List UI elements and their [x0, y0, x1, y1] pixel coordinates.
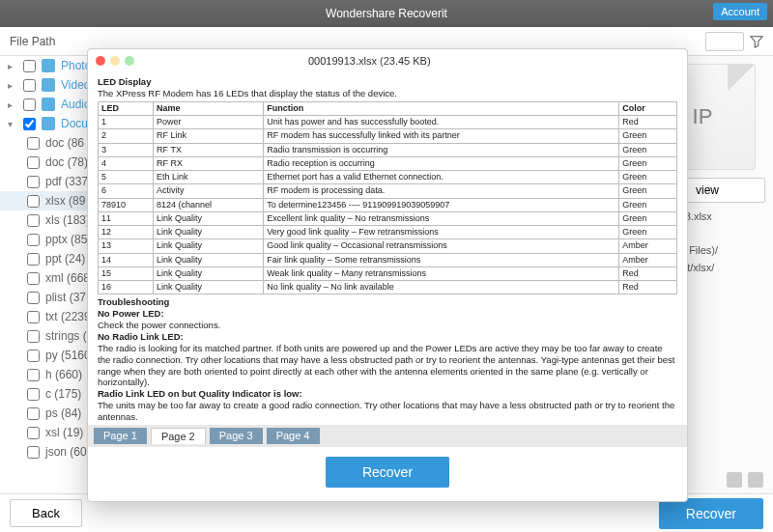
- cell: 5: [99, 171, 154, 184]
- cell: Green: [619, 211, 677, 225]
- cell: Link Quality: [154, 211, 264, 225]
- checkbox[interactable]: [27, 369, 40, 381]
- cell: Excellent link quality – No retransmissi…: [264, 211, 619, 225]
- page-tab[interactable]: Page 2: [151, 428, 206, 444]
- cell: Radio reception is occurring: [264, 156, 619, 170]
- grid-view-icon[interactable]: [727, 472, 742, 488]
- checkbox[interactable]: [23, 79, 36, 92]
- checkbox[interactable]: [27, 137, 40, 150]
- checkbox[interactable]: [23, 60, 36, 72]
- filter-icon[interactable]: [750, 35, 763, 48]
- doc-text: Check the power connections.: [98, 320, 220, 330]
- label: plist (37: [45, 291, 86, 304]
- checkbox[interactable]: [27, 195, 40, 208]
- checkbox[interactable]: [27, 272, 40, 285]
- checkbox[interactable]: [27, 214, 40, 227]
- search-box[interactable]: [705, 32, 744, 51]
- checkbox[interactable]: [27, 311, 40, 323]
- cell: Activity: [154, 184, 264, 198]
- close-icon[interactable]: [96, 56, 105, 66]
- preview-modal: 00019913.xlsx (23.45 KB) LED Display The…: [87, 48, 688, 502]
- doc-text: The units may be too far away to create …: [98, 400, 674, 422]
- doc-heading: No Power LED:: [98, 308, 164, 319]
- checkbox[interactable]: [27, 330, 40, 343]
- cell: 2: [99, 129, 154, 143]
- table-row: 14Link QualityFair link quality – Some r…: [99, 253, 677, 266]
- checkbox[interactable]: [27, 388, 40, 401]
- cell: 16: [99, 281, 154, 294]
- cell: Link Quality: [154, 226, 264, 239]
- cell: 78910: [99, 198, 154, 211]
- modal-recover-button[interactable]: Recover: [326, 457, 449, 488]
- label: xls (183): [45, 213, 90, 227]
- account-button[interactable]: Account: [713, 3, 767, 20]
- list-view-icon[interactable]: [748, 472, 763, 488]
- led-table: LEDNameFunctionColor 1PowerUnit has powe…: [98, 101, 677, 295]
- modal-head: 00019913.xlsx (23.45 KB): [88, 49, 687, 72]
- cell: RF modem has successfully linked with it…: [264, 129, 619, 143]
- checkbox[interactable]: [27, 446, 40, 459]
- cell: Red: [619, 281, 677, 294]
- maximize-icon[interactable]: [125, 56, 134, 66]
- cell: Link Quality: [154, 266, 264, 280]
- page-tab[interactable]: Page 1: [94, 428, 147, 444]
- page-tab[interactable]: Page 4: [267, 428, 320, 444]
- cell: Link Quality: [154, 253, 264, 266]
- checkbox[interactable]: [27, 156, 40, 169]
- cell: Green: [619, 226, 677, 239]
- cell: No link quality – No link available: [264, 281, 619, 294]
- cell: RF RX: [154, 156, 264, 170]
- label: xlsx (89: [45, 194, 85, 208]
- cell: 8124 (channel: [154, 198, 264, 211]
- checkbox[interactable]: [27, 292, 40, 304]
- cell: Very good link quality – Few retransmiss…: [264, 226, 619, 239]
- table-row: 16Link QualityNo link quality – No link …: [99, 281, 677, 294]
- cell: 6: [99, 184, 154, 198]
- checkbox[interactable]: [27, 350, 40, 362]
- cell: Unit has power and has successfully boot…: [264, 116, 619, 129]
- checkbox[interactable]: [23, 98, 36, 111]
- doc-subtitle: The XPress RF Modem has 16 LEDs that dis…: [98, 88, 397, 98]
- cell: Green: [619, 143, 677, 156]
- checkbox[interactable]: [27, 427, 40, 439]
- checkbox[interactable]: [23, 118, 36, 130]
- back-button[interactable]: Back: [10, 499, 82, 527]
- cell: Amber: [619, 239, 677, 253]
- col-head: Name: [154, 101, 264, 115]
- table-row: 5Eth LinkEthernet port has a valid Ether…: [99, 171, 677, 184]
- label: py (5160: [45, 349, 91, 362]
- cell: RF TX: [154, 143, 264, 156]
- app-title: Wondershare Recoverit: [326, 7, 447, 20]
- cell: To determine123456 ---- 9119099190390599…: [264, 198, 619, 211]
- doc-heading: LED Display: [98, 76, 151, 87]
- cell: Red: [619, 266, 677, 280]
- label: doc (78): [45, 155, 88, 169]
- doc-text: The radio is looking for its matched par…: [98, 343, 674, 388]
- page-tab[interactable]: Page 3: [210, 428, 263, 444]
- checkbox[interactable]: [27, 407, 40, 420]
- photo-icon: [42, 59, 55, 72]
- cell: 14: [99, 253, 154, 266]
- col-head: LED: [99, 101, 154, 115]
- checkbox[interactable]: [27, 234, 40, 246]
- document-body: LED Display The XPress RF Modem has 16 L…: [88, 72, 687, 425]
- table-row: 11Link QualityExcellent link quality – N…: [99, 211, 677, 225]
- cell: 11: [99, 211, 154, 225]
- col-head: Function: [264, 101, 619, 115]
- view-mode-icons: [727, 472, 763, 488]
- recover-button[interactable]: Recover: [659, 498, 763, 529]
- thumb-text: IP: [693, 104, 713, 129]
- cell: Good link quality – Occasional retransmi…: [264, 239, 619, 253]
- cell: RF Link: [154, 129, 264, 143]
- cell: 1: [99, 116, 154, 129]
- checkbox[interactable]: [27, 253, 40, 266]
- doc-heading: No Radio Link LED:: [98, 331, 184, 342]
- label: pdf (337: [45, 175, 88, 188]
- cell: 13: [99, 239, 154, 253]
- minimize-icon[interactable]: [110, 56, 120, 66]
- cell: Fair link quality – Some retransmissions: [264, 253, 619, 266]
- label: ps (84): [45, 406, 81, 420]
- cell: Green: [619, 129, 677, 143]
- label: ppt (24): [45, 252, 85, 266]
- checkbox[interactable]: [27, 176, 40, 188]
